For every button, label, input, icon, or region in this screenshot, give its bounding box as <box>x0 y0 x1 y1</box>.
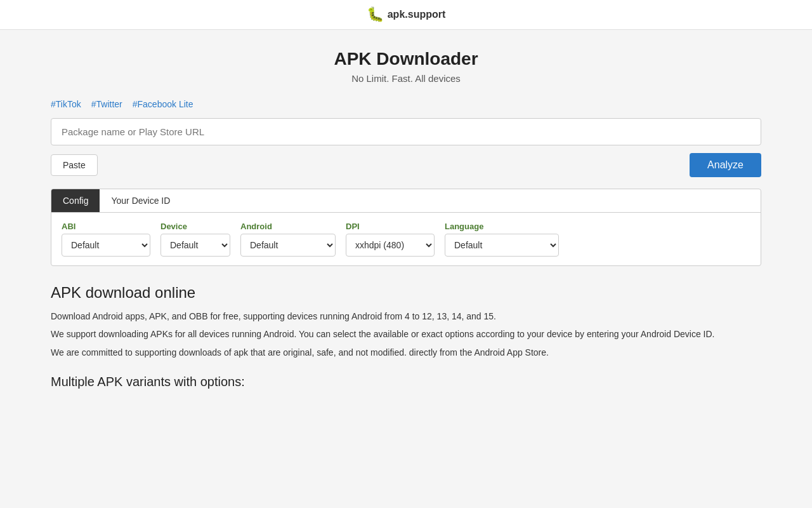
bug-icon: 🐛 <box>367 6 384 23</box>
page-subtitle: No Limit. Fast. All devices <box>51 73 761 84</box>
desc2: We support downloading APKs for all devi… <box>51 327 761 341</box>
android-label: Android <box>240 222 336 231</box>
android-select[interactable]: Default Android 4 Android 5 Android 6 An… <box>240 234 336 257</box>
search-row <box>51 118 761 145</box>
desc1: Download Android apps, APK, and OBB for … <box>51 309 761 323</box>
site-header: 🐛 apk.support <box>0 0 812 30</box>
tabs-section: Config Your Device ID ABI Default armeab… <box>51 189 761 266</box>
config-field-android: Android Default Android 4 Android 5 Andr… <box>240 222 336 257</box>
config-field-language: Language Default English Spanish French … <box>445 222 559 257</box>
tab-config[interactable]: Config <box>51 189 100 212</box>
config-field-dpi: DPI ldpi (120) mdpi (160) hdpi (240) xhd… <box>346 222 435 257</box>
dpi-label: DPI <box>346 222 435 231</box>
search-input[interactable] <box>51 118 761 145</box>
tag-links: #TikTok #Twitter #Facebook Lite <box>51 99 761 109</box>
abi-select[interactable]: Default armeabi-v7a arm64-v8a x86 x86_64 <box>62 234 150 257</box>
page-title: APK Downloader <box>51 49 761 69</box>
tag-tiktok[interactable]: #TikTok <box>51 99 81 109</box>
device-label: Device <box>160 222 230 231</box>
language-select[interactable]: Default English Spanish French German Ch… <box>445 234 559 257</box>
device-select[interactable]: Default <box>160 234 230 257</box>
config-field-abi: ABI Default armeabi-v7a arm64-v8a x86 x8… <box>62 222 150 257</box>
config-row: ABI Default armeabi-v7a arm64-v8a x86 x8… <box>62 222 750 257</box>
tag-twitter[interactable]: #Twitter <box>91 99 122 109</box>
dpi-select[interactable]: ldpi (120) mdpi (160) hdpi (240) xhdpi (… <box>346 234 435 257</box>
tag-facebook-lite[interactable]: #Facebook Lite <box>133 99 193 109</box>
main-content: APK Downloader No Limit. Fast. All devic… <box>25 30 787 408</box>
tab-device-id[interactable]: Your Device ID <box>100 189 181 212</box>
config-field-device: Device Default <box>160 222 230 257</box>
logo-text: apk.support <box>388 9 446 20</box>
section1-heading: APK download online <box>51 284 761 302</box>
paste-button[interactable]: Paste <box>51 154 98 176</box>
desc3: We are committed to supporting downloads… <box>51 345 761 359</box>
config-panel: ABI Default armeabi-v7a arm64-v8a x86 x8… <box>51 213 761 265</box>
logo: 🐛 apk.support <box>367 6 446 23</box>
button-row: Paste Analyze <box>51 153 761 177</box>
section2-heading: Multiple APK variants with options: <box>51 375 761 389</box>
analyze-button[interactable]: Analyze <box>690 153 761 177</box>
tabs-header: Config Your Device ID <box>51 189 761 213</box>
language-label: Language <box>445 222 559 231</box>
abi-label: ABI <box>62 222 150 231</box>
